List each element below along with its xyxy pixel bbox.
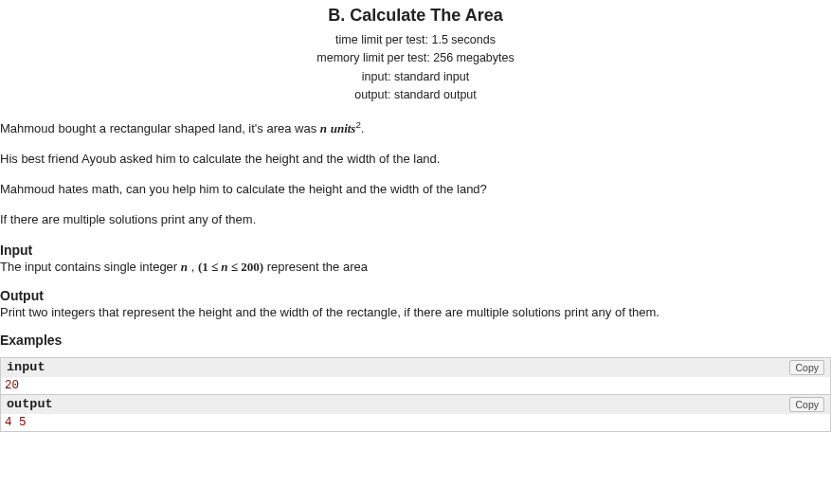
example-input-data: 20 <box>1 377 830 394</box>
statement-p1: Mahmoud bought a rectangular shaped land… <box>0 118 831 138</box>
memory-limit: memory limit per test: 256 megabytes <box>0 49 831 67</box>
statement-p3: Mahmoud hates math, can you help him to … <box>0 181 831 198</box>
input-text: The input contains single integer n , (1… <box>0 260 831 275</box>
output-file: output: standard output <box>0 86 831 104</box>
input-heading: Input <box>0 243 831 258</box>
copy-output-button[interactable]: Copy <box>789 397 824 412</box>
output-heading: Output <box>0 288 831 303</box>
example-output-block: output Copy 4 5 <box>0 395 831 432</box>
statement-p2: His best friend Ayoub asked him to calcu… <box>0 151 831 168</box>
copy-input-button[interactable]: Copy <box>789 360 824 375</box>
example-output-label: output <box>7 397 53 411</box>
time-limit: time limit per test: 1.5 seconds <box>0 31 831 49</box>
input-file: input: standard input <box>0 68 831 86</box>
example-input-label: input <box>7 360 45 374</box>
statement-p4: If there are multiple solutions print an… <box>0 211 831 228</box>
examples-heading: Examples <box>0 333 831 348</box>
example-output-data: 4 5 <box>1 414 830 431</box>
problem-title: B. Calculate The Area <box>0 6 831 26</box>
output-text: Print two integers that represent the he… <box>0 305 831 319</box>
example-input-block: input Copy 20 <box>0 357 831 395</box>
